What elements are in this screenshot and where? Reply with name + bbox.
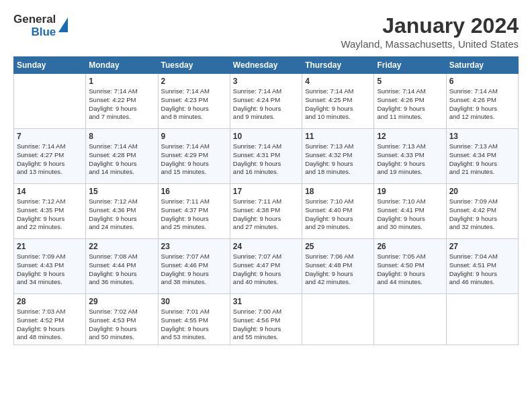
cell-content: Sunrise: 7:04 AMSunset: 4:51 PMDaylight:… <box>449 253 515 287</box>
calendar-table: Sunday Monday Tuesday Wednesday Thursday… <box>13 56 519 345</box>
cell-line: Sunrise: 7:12 AM <box>17 197 65 205</box>
cell-line: and 11 minutes. <box>377 113 423 120</box>
cell-line: Sunset: 4:33 PM <box>377 151 424 158</box>
calendar-cell: 12Sunrise: 7:13 AMSunset: 4:33 PMDayligh… <box>374 129 446 184</box>
cell-line: and 22 minutes. <box>17 223 62 230</box>
cell-line: and 18 minutes. <box>305 168 351 175</box>
cell-line: and 53 minutes. <box>161 333 207 340</box>
cell-line: Sunrise: 7:14 AM <box>305 87 353 95</box>
calendar-week-row: 1Sunrise: 7:14 AMSunset: 4:22 PMDaylight… <box>14 74 519 129</box>
cell-content: Sunrise: 7:13 AMSunset: 4:33 PMDaylight:… <box>377 142 443 177</box>
calendar-cell: 3Sunrise: 7:14 AMSunset: 4:24 PMDaylight… <box>230 74 302 129</box>
cell-line: Sunrise: 7:14 AM <box>449 87 498 95</box>
cell-line: Daylight: 9 hours <box>161 325 209 332</box>
cell-content: Sunrise: 7:13 AMSunset: 4:32 PMDaylight:… <box>305 142 371 177</box>
cell-line: Daylight: 9 hours <box>89 325 136 332</box>
cell-line: and 36 minutes. <box>89 278 134 285</box>
calendar-cell: 26Sunrise: 7:05 AMSunset: 4:50 PMDayligh… <box>374 239 446 294</box>
calendar-cell: 8Sunrise: 7:14 AMSunset: 4:28 PMDaylight… <box>86 129 158 184</box>
month-title: January 2024 <box>341 13 519 38</box>
cell-line: Sunrise: 7:02 AM <box>89 308 137 315</box>
calendar-cell: 24Sunrise: 7:07 AMSunset: 4:47 PMDayligh… <box>230 239 302 294</box>
day-number: 24 <box>233 242 299 251</box>
cell-line: and 21 minutes. <box>449 168 495 175</box>
day-number: 27 <box>449 242 515 251</box>
cell-line: Daylight: 9 hours <box>449 215 497 222</box>
day-number: 2 <box>161 77 227 86</box>
cell-content: Sunrise: 7:05 AMSunset: 4:50 PMDaylight:… <box>377 253 443 287</box>
cell-line: Daylight: 9 hours <box>161 270 209 277</box>
calendar-cell <box>446 294 518 345</box>
cell-content: Sunrise: 7:14 AMSunset: 4:27 PMDaylight:… <box>17 142 83 177</box>
calendar-week-row: 28Sunrise: 7:03 AMSunset: 4:52 PMDayligh… <box>14 294 519 345</box>
cell-line: and 8 minutes. <box>161 113 203 120</box>
cell-line: Sunset: 4:24 PM <box>233 96 280 103</box>
cell-content: Sunrise: 7:11 AMSunset: 4:37 PMDaylight:… <box>161 197 227 232</box>
col-saturday: Saturday <box>446 57 518 74</box>
header: General Blue January 2024 Wayland, Massa… <box>13 13 519 50</box>
cell-content: Sunrise: 7:01 AMSunset: 4:55 PMDaylight:… <box>161 308 227 342</box>
cell-line: Sunrise: 7:14 AM <box>89 142 137 150</box>
day-number: 5 <box>377 77 443 86</box>
cell-line: Sunrise: 7:09 AM <box>17 253 65 260</box>
cell-line: Sunrise: 7:10 AM <box>377 197 425 205</box>
cell-content: Sunrise: 7:07 AMSunset: 4:46 PMDaylight:… <box>161 253 227 287</box>
location: Wayland, Massachusetts, United States <box>341 38 519 50</box>
cell-line: Sunrise: 7:04 AM <box>449 253 498 260</box>
day-number: 9 <box>161 132 227 141</box>
cell-line: and 10 minutes. <box>305 113 351 120</box>
cell-line: Sunset: 4:31 PM <box>233 151 280 158</box>
day-number: 28 <box>17 297 83 306</box>
day-number: 21 <box>17 242 83 251</box>
cell-line: Sunset: 4:46 PM <box>161 261 208 269</box>
cell-line: and 27 minutes. <box>233 223 279 230</box>
cell-line: Daylight: 9 hours <box>449 270 497 277</box>
cell-line: Daylight: 9 hours <box>449 105 497 112</box>
cell-content: Sunrise: 7:06 AMSunset: 4:48 PMDaylight:… <box>305 253 371 287</box>
calendar-cell: 15Sunrise: 7:12 AMSunset: 4:36 PMDayligh… <box>86 184 158 239</box>
cell-line: Daylight: 9 hours <box>377 215 425 222</box>
cell-line: and 24 minutes. <box>89 223 134 230</box>
calendar-week-row: 14Sunrise: 7:12 AMSunset: 4:35 PMDayligh… <box>14 184 519 239</box>
cell-line: and 30 minutes. <box>377 223 423 230</box>
cell-content: Sunrise: 7:14 AMSunset: 4:28 PMDaylight:… <box>89 142 154 177</box>
cell-content: Sunrise: 7:12 AMSunset: 4:36 PMDaylight:… <box>89 197 154 232</box>
cell-line: and 50 minutes. <box>89 333 134 340</box>
calendar-week-row: 21Sunrise: 7:09 AMSunset: 4:43 PMDayligh… <box>14 239 519 294</box>
cell-line: Sunrise: 7:14 AM <box>17 142 65 150</box>
cell-line: Sunset: 4:22 PM <box>89 96 136 103</box>
cell-line: Sunset: 4:56 PM <box>233 316 280 324</box>
calendar-cell: 2Sunrise: 7:14 AMSunset: 4:23 PMDaylight… <box>158 74 230 129</box>
cell-line: Sunset: 4:48 PM <box>305 261 352 269</box>
cell-line: and 9 minutes. <box>233 113 275 120</box>
cell-line: and 34 minutes. <box>17 278 62 285</box>
cell-content: Sunrise: 7:11 AMSunset: 4:38 PMDaylight:… <box>233 197 299 232</box>
day-number: 6 <box>449 77 515 86</box>
cell-line: and 12 minutes. <box>449 113 495 120</box>
cell-line: Sunset: 4:50 PM <box>377 261 424 269</box>
logo: General Blue <box>13 13 68 38</box>
cell-line: and 46 minutes. <box>449 278 495 285</box>
calendar-week-row: 7Sunrise: 7:14 AMSunset: 4:27 PMDaylight… <box>14 129 519 184</box>
cell-line: and 38 minutes. <box>161 278 207 285</box>
cell-line: Daylight: 9 hours <box>161 105 209 112</box>
cell-line: and 44 minutes. <box>377 278 423 285</box>
day-number: 1 <box>89 77 154 86</box>
day-number: 25 <box>305 242 371 251</box>
cell-content: Sunrise: 7:07 AMSunset: 4:47 PMDaylight:… <box>233 253 299 287</box>
cell-line: Sunrise: 7:05 AM <box>377 253 425 260</box>
cell-line: Sunrise: 7:11 AM <box>161 197 210 205</box>
col-thursday: Thursday <box>302 57 374 74</box>
cell-content: Sunrise: 7:14 AMSunset: 4:31 PMDaylight:… <box>233 142 299 177</box>
cell-line: Sunrise: 7:14 AM <box>233 87 281 95</box>
cell-content: Sunrise: 7:14 AMSunset: 4:29 PMDaylight:… <box>161 142 227 177</box>
cell-content: Sunrise: 7:09 AMSunset: 4:43 PMDaylight:… <box>17 253 83 287</box>
cell-line: and 42 minutes. <box>305 278 351 285</box>
cell-line: Daylight: 9 hours <box>449 160 497 167</box>
cell-line: Sunset: 4:41 PM <box>377 206 424 214</box>
cell-line: Sunrise: 7:14 AM <box>161 142 210 150</box>
title-block: January 2024 Wayland, Massachusetts, Uni… <box>341 13 519 50</box>
cell-content: Sunrise: 7:10 AMSunset: 4:41 PMDaylight:… <box>377 197 443 232</box>
calendar-cell: 19Sunrise: 7:10 AMSunset: 4:41 PMDayligh… <box>374 184 446 239</box>
cell-line: Daylight: 9 hours <box>305 270 353 277</box>
